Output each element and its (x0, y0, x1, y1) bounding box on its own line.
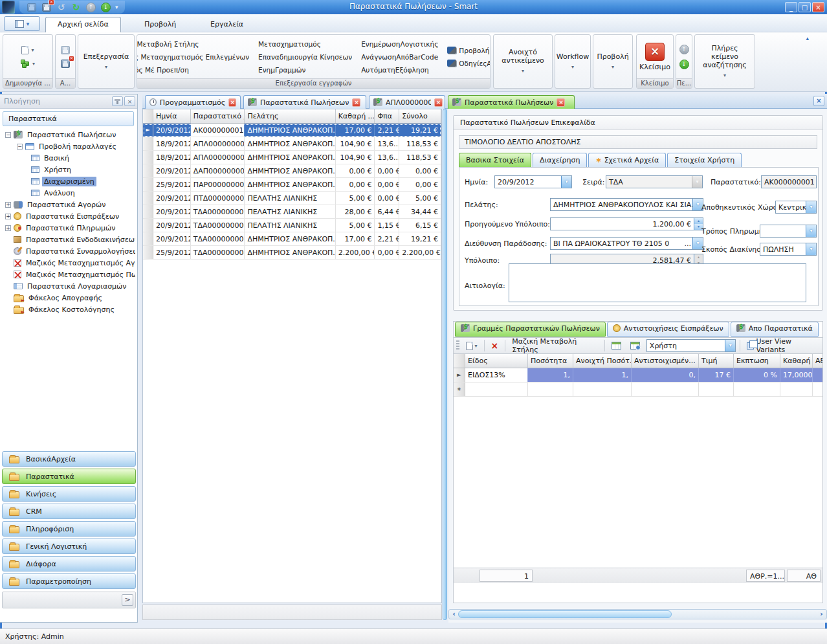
tab-home[interactable]: Αρχική σελίδα (45, 17, 121, 32)
toolbar-grip[interactable] (456, 340, 459, 351)
tree-item-mass-transform-purchases[interactable]: Μαζικός Μετασχηματισμός Αγο... (3, 257, 135, 269)
column-header-value[interactable]: Αξ (813, 354, 822, 368)
column-header-customer[interactable]: Πελάτης (245, 109, 335, 123)
grid-user-view-button[interactable] (628, 340, 643, 351)
column-header-date[interactable]: Ημνία (153, 109, 191, 123)
tree-item-internal-movements[interactable]: Παραστατικά Ενδοδιακινήσεων (3, 234, 135, 245)
tree-item-assembly-documents[interactable]: Παραστατικά Συναρμολογήσεων (3, 245, 135, 257)
copy-document-button[interactable]: ▾ (19, 58, 37, 69)
tree-item-payment-documents[interactable]: +Παραστατικά Πληρωμών (3, 222, 135, 234)
tree-item-user[interactable]: Χρήστη (3, 164, 135, 175)
scroll-left-icon[interactable]: ‹ (449, 610, 459, 619)
table-row[interactable]: 20/9/2012 ΤΔΑ000000007 ΔΗΜΗΤΡΙΟΣ ΑΝΘΡΑΚΟ… (143, 232, 441, 246)
edit-button[interactable]: Επεξεργασία ▾ (78, 50, 134, 74)
update-lines-link[interactable]: ΕνημΓραμμών (258, 66, 352, 74)
table-row[interactable]: 20/9/2012 ΠΤΔ000000001 ΠΕΛΑΤΗΣ ΛΙΑΝΙΚΗΣ … (143, 192, 441, 205)
tree-item-costing-folder[interactable]: Φάκελος Κοστολόγησης (3, 304, 135, 315)
user-view-variants-button[interactable]: User View Variants (744, 336, 820, 355)
previous-balance-input[interactable]: 1.200,00 € ▴▾ (550, 217, 703, 230)
tree-collapse-icon[interactable]: − (17, 144, 23, 150)
table-row[interactable]: 20/9/2012 ΤΔΑ000000005 ΠΕΛΑΤΗΣ ΛΙΑΝΙΚΗΣ … (143, 205, 441, 219)
reason-textarea[interactable] (509, 263, 806, 302)
view-button[interactable]: Προβολή▾ (593, 50, 633, 74)
tab-sales-lines[interactable]: Γραμμές Παραστατικών Πωλήσεων (455, 322, 606, 337)
tree-item-analysis[interactable]: Ανάλυση (3, 187, 135, 199)
fulltext-search-button[interactable]: Πλήρες κείμενο αναζήτησης▾ (694, 41, 755, 82)
nav-documents[interactable]: Παραστατικά (2, 469, 136, 484)
column-header-discount[interactable]: Εκπτωση (734, 354, 780, 368)
tree-item-mass-transform-sales[interactable]: Μαζικός Μετασχηματισμός Πωλ... (3, 269, 135, 280)
line-row[interactable]: ► ΕΙΔΟΣ13% 1, 1, 0, 17 € 0 % 17,0000 € (454, 368, 822, 383)
tab-related-files[interactable]: ∗Σχετικά Αρχεία (588, 153, 666, 167)
directions-link[interactable]: ΟδηγίεςΑποΕδρα (447, 60, 491, 67)
column-header-vat[interactable]: Φπα (375, 109, 399, 123)
export-grid-button[interactable] (609, 340, 624, 351)
tab-close-icon[interactable]: × (352, 98, 360, 107)
tab-from-documents[interactable]: Απο Παραστατικά (731, 322, 819, 337)
open-object-button[interactable]: Ανοιχτό αντικείμενο▾ (494, 45, 552, 78)
table-row[interactable]: 20/9/2012 ΤΔΑ000000006 ΠΕΛΑΤΗΣ ΛΙΑΝΙΚΗΣ … (143, 219, 441, 232)
tree-expand-icon[interactable]: + (5, 225, 11, 231)
doc-tab-sales-list[interactable]: Παραστατικά Πωλήσεων × (243, 95, 366, 109)
close-button[interactable]: × (812, 2, 824, 12)
ellipsis-button[interactable]: ... (683, 239, 693, 248)
chevron-down-icon[interactable]: ▾ (806, 243, 816, 255)
nav-basic-files[interactable]: ΒασικάΑρχεία (2, 451, 136, 467)
horizontal-scrollbar[interactable]: ‹ › (448, 609, 827, 619)
nav-more-button[interactable]: > (122, 594, 133, 606)
movement-purpose-combo[interactable]: ΠΩΛΗΣΗ▾ (760, 243, 817, 256)
tree-item-purchase-documents[interactable]: +Παραστατικά Αγορών (3, 199, 135, 210)
doc-tab-sales-active[interactable]: Παραστατικά Πωλήσεων × (448, 95, 575, 109)
tab-close-icon[interactable]: × (434, 98, 443, 107)
chevron-down-icon[interactable]: ▾ (806, 201, 816, 213)
next-record-icon[interactable]: ↓ (679, 60, 689, 69)
view-variant-combo[interactable]: Χρήστη▾ (646, 339, 736, 352)
table-row[interactable]: 20/9/2012 ΔΑΠ000000001 ΔΗΜΗΤΡΙΟΣ ΑΝΘΡΑΚΟ… (143, 164, 441, 178)
tab-close-icon[interactable]: × (557, 98, 565, 107)
tree-item-inventory-folder[interactable]: Φάκελος Απογραφής (3, 292, 135, 304)
nav-crm[interactable]: CRM (2, 504, 136, 519)
tree-expand-icon[interactable]: + (5, 202, 11, 208)
ribbon-collapse-icon[interactable]: ▴ (806, 35, 809, 41)
transform-link[interactable]: Μετασχηματισμός (258, 40, 352, 48)
panel-close-icon[interactable]: × (813, 96, 824, 106)
column-header-net[interactable]: Καθαρή ... (780, 354, 813, 368)
column-header-item[interactable]: Είδος (465, 354, 528, 368)
new-document-button[interactable]: ▾ (19, 45, 36, 56)
tree-item-sales-documents[interactable]: −Παραστατικά Πωλήσεων (3, 129, 135, 140)
doc-tab-apl-document[interactable]: ΑΠΛ000000002 - Παρασ... × (369, 95, 445, 109)
scrollbar-thumb[interactable] (458, 610, 672, 618)
tree-expand-icon[interactable]: + (5, 214, 11, 219)
nav-general-ledger[interactable]: Γενική Λογιστική (2, 539, 136, 554)
tree-item-account-documents[interactable]: Παραστατικά Λογαριασμών (3, 280, 135, 292)
read-barcode-link[interactable]: ΑνάγνωσηΑπόBarCode (361, 53, 438, 61)
column-header-total[interactable]: Σύνολο (399, 109, 441, 123)
scroll-right-icon[interactable]: › (817, 610, 826, 619)
column-header-document[interactable]: Παραστατικό △ (191, 109, 245, 123)
recreate-movements-link[interactable]: Επαναδημιουργία Κίνησεων (258, 53, 352, 61)
delete-line-button[interactable]: × (489, 340, 502, 351)
scrollbar-thumb[interactable] (443, 109, 447, 620)
table-row[interactable]: 25/9/2012 ΠΑΡ000000001 ΔΗΜΗΤΡΙΟΣ ΑΝΘΡΑΚΟ… (143, 178, 441, 192)
auto-payoff-link[interactable]: ΑυτόματηΕξόφληση (361, 66, 438, 74)
column-header-matched[interactable]: Αντιστοιχισμέν... (632, 354, 699, 368)
save-close-button[interactable]: × (59, 58, 72, 69)
nav-information[interactable]: Πληροφόριση (2, 521, 136, 537)
tree-collapse-icon[interactable]: − (5, 132, 11, 138)
update-accounting-link[interactable]: ΕνημέρωσηΛογιστικής (361, 40, 438, 48)
mass-column-change-button[interactable]: Μαζική Μεταβολή Στήλης (509, 336, 601, 355)
tab-receipt-matching[interactable]: Αντιστοιχήσεις Εισπράξεων (607, 322, 729, 337)
tab-user-data[interactable]: Στοιχεία Χρήστη (667, 153, 742, 167)
new-line-row[interactable]: ∗ (454, 383, 822, 397)
tab-tools[interactable]: Εργαλεία (198, 17, 256, 32)
customer-combo[interactable]: ΔΗΜΗΤΡΙΟΣ ΑΝΘΡΑΚΟΠΟΥΛΟΣ ΚΑΙ ΣΙΑ...▾ (550, 198, 703, 211)
nav-misc[interactable]: Διάφορα (2, 556, 136, 572)
chevron-down-icon[interactable]: ▾ (725, 340, 735, 351)
chevron-down-icon[interactable]: ▾ (806, 225, 816, 237)
date-input[interactable]: 20/9/2012▾ (494, 175, 572, 188)
delivery-address-combo[interactable]: ΒΙ ΠΑ ΩΡΑΙΟΚΑΣΤΡΟΥ ΤΘ 2105 0...▾ (550, 237, 703, 250)
add-line-button[interactable]: ▾ (463, 340, 480, 351)
tab-management[interactable]: Διαχείρηση (533, 153, 587, 167)
tab-view[interactable]: Προβολή (132, 17, 188, 32)
doc-tab-scheduler[interactable]: Προγραμματισμός × (145, 95, 241, 109)
